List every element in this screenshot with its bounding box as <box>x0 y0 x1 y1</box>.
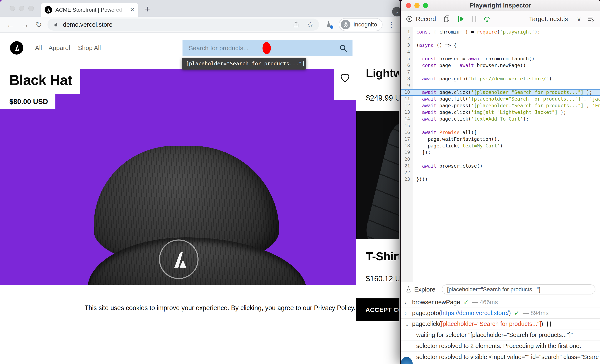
line-number: 17 <box>401 136 413 142</box>
minimize-window-button[interactable] <box>19 6 24 11</box>
code-text <box>413 122 416 129</box>
explore-selector-input[interactable] <box>442 284 595 294</box>
code-text: await page.fill('[placeholder="Search fo… <box>413 96 600 102</box>
chevron-down-icon[interactable]: ∨ <box>577 15 581 23</box>
nav-link-apparel[interactable]: Apparel <box>48 44 70 51</box>
code-line: 9 <box>401 82 600 89</box>
clear-log-icon[interactable] <box>588 16 595 22</box>
minimize-window-button[interactable] <box>414 3 420 8</box>
zoom-window-button[interactable] <box>28 6 34 11</box>
address-bar[interactable]: demo.vercel.store ☆ <box>47 18 319 31</box>
incognito-spy-icon <box>341 20 350 29</box>
store-logo-icon[interactable] <box>10 41 23 55</box>
target-selector[interactable]: Target: next.js <box>529 15 568 22</box>
code-text: const browser = await chromium.launch() <box>413 55 534 62</box>
product-price-box: $80.00 USD <box>0 94 56 109</box>
inspector-titlebar: Playwright Inspector <box>401 0 600 11</box>
line-number: 3 <box>401 42 413 48</box>
code-line: 7 <box>401 69 600 75</box>
back-icon[interactable]: ← <box>6 20 15 29</box>
step-over-icon[interactable] <box>483 15 491 23</box>
accept-cookies-button[interactable]: ACCEPT COOKIES <box>356 298 400 321</box>
line-number: 6 <box>401 62 413 69</box>
bookmark-star-icon[interactable]: ☆ <box>307 21 314 28</box>
explore-flask-icon[interactable] <box>405 286 412 293</box>
zoom-window-button[interactable] <box>423 3 428 8</box>
log-expand-chevron-icon[interactable]: › <box>404 299 412 306</box>
resume-play-icon[interactable] <box>457 16 465 22</box>
code-line: 13 await page.click('img[alt="Lightweigh… <box>401 109 600 116</box>
window-controls <box>9 6 34 11</box>
close-window-button[interactable] <box>9 6 15 11</box>
code-text: page.waitForNavigation(), <box>413 136 500 142</box>
nav-link-all[interactable]: All <box>35 44 42 51</box>
line-number: 5 <box>401 55 413 62</box>
code-line: 15 <box>401 122 600 129</box>
scrollbar-track[interactable] <box>399 33 400 364</box>
code-text: ]); <box>413 149 431 156</box>
code-line: 14 await page.click('text=Add To Cart'); <box>401 116 600 122</box>
search-input[interactable] <box>182 40 339 56</box>
log-detail-text: waiting for selector "[placeholder="Sear… <box>416 331 573 338</box>
line-number: 7 <box>401 69 413 75</box>
side-product-price: $249.99 USD <box>366 94 400 102</box>
pause-icon[interactable] <box>472 16 476 22</box>
reload-icon[interactable]: ↻ <box>35 21 42 28</box>
line-number: 10 <box>401 89 413 96</box>
code-text: await Promise.all([ <box>413 129 477 136</box>
browser-window: ACME Storefront | Powered by ✕ + ⌄ ← → ↻… <box>0 0 400 364</box>
share-icon[interactable] <box>292 21 300 28</box>
line-number: 1 <box>401 28 413 35</box>
line-number: 23 <box>401 176 413 183</box>
code-line: 2 <box>401 35 600 42</box>
jacket-product-image[interactable] <box>356 111 400 239</box>
success-check-icon: ✓ <box>514 309 519 317</box>
selector-tooltip: [placeholder="Search for products..."] <box>182 58 306 70</box>
close-window-button[interactable] <box>406 3 411 8</box>
tab-close-icon[interactable]: ✕ <box>130 7 135 13</box>
source-code-panel[interactable]: 1const { chromium } = require('playwrigh… <box>401 27 600 282</box>
code-text <box>413 69 416 75</box>
copy-icon[interactable] <box>443 15 450 23</box>
browser-tab[interactable]: ACME Storefront | Powered by ✕ <box>41 3 138 17</box>
inspector-window-controls <box>406 3 428 8</box>
line-number: 13 <box>401 109 413 116</box>
browser-menu-icon[interactable]: ⋮ <box>387 20 395 29</box>
line-number: 19 <box>401 149 413 156</box>
log-call-row[interactable]: ⌄page.click([placeholder="Search for pro… <box>401 318 600 329</box>
log-detail-row: selector resolved to visible <input valu… <box>401 351 600 362</box>
log-call-row[interactable]: ›page.goto(https://demo.vercel.store/)✓—… <box>401 308 600 318</box>
code-line: 19 ]); <box>401 149 600 156</box>
side-product-price: $160.12 USD <box>366 274 400 283</box>
recorded-click-dot <box>262 42 271 54</box>
record-icon[interactable] <box>406 15 413 22</box>
side-product-title[interactable]: T-Shirt <box>366 249 400 263</box>
new-tab-button[interactable]: + <box>145 3 150 15</box>
log-call-row[interactable]: ›browser.newPage✓— 466ms <box>401 297 600 308</box>
heart-icon[interactable] <box>339 72 351 83</box>
log-expand-chevron-icon[interactable]: ⌄ <box>404 320 412 327</box>
nav-link-shop-all[interactable]: Shop All <box>78 44 101 51</box>
line-number: 12 <box>401 102 413 109</box>
experiments-beaker-icon[interactable] <box>325 20 332 29</box>
code-text: await page.click('[placeholder="Search f… <box>413 89 592 96</box>
line-number: 22 <box>401 169 413 176</box>
code-text: const { chromium } = require('playwright… <box>413 28 540 35</box>
line-number: 16 <box>401 129 413 136</box>
log-detail-text: selector resolved to 2 elements. Proceed… <box>416 343 581 349</box>
acme-logo-on-hat <box>159 239 198 279</box>
product-price: $80.00 USD <box>9 98 48 106</box>
playwright-inspector-window: Playwright Inspector Record Target: next… <box>401 0 600 364</box>
code-line: 12 await page.press('[placeholder="Searc… <box>401 102 600 109</box>
log-expand-chevron-icon[interactable]: › <box>404 310 412 317</box>
side-product-title[interactable]: Lightweight Jacket <box>366 66 400 80</box>
forward-icon[interactable]: → <box>21 20 29 29</box>
record-label: Record <box>416 15 436 22</box>
tab-search-button[interactable]: ⌄ <box>392 7 400 17</box>
line-number: 15 <box>401 122 413 129</box>
log-detail-text: selector resolved to visible <input valu… <box>416 354 599 360</box>
code-text: await page.click('img[alt="Lightweight J… <box>413 109 566 116</box>
lock-icon <box>53 22 59 27</box>
code-line: 17 page.waitForNavigation(), <box>401 136 600 142</box>
search-icon[interactable] <box>339 44 347 52</box>
